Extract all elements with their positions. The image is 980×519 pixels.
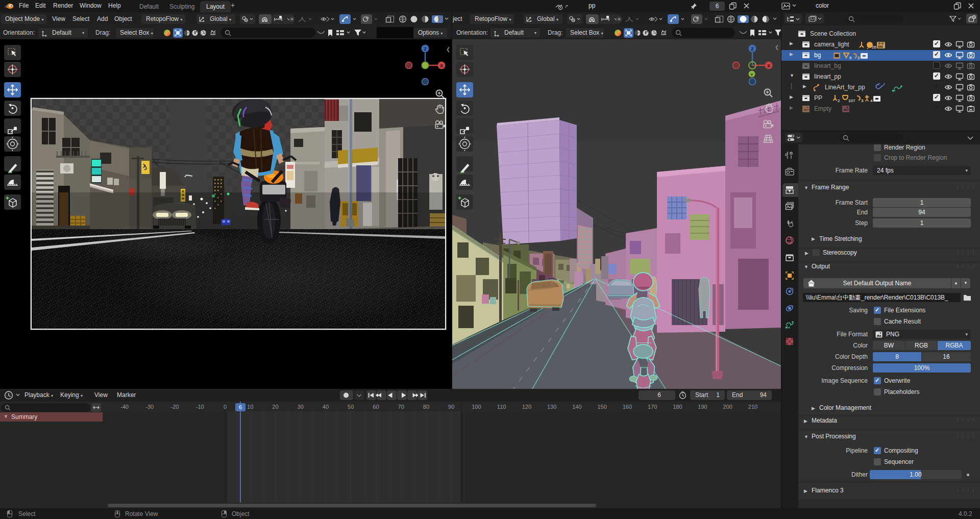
svg-text:3: 3 [861, 98, 864, 103]
svg-text:X: X [440, 63, 443, 68]
svg-text:Y: Y [750, 72, 753, 77]
svg-text:2: 2 [857, 56, 860, 60]
svg-text:107: 107 [848, 98, 855, 103]
svg-text:Z: Z [424, 46, 427, 52]
svg-text:Z: Z [751, 46, 754, 52]
svg-text:X: X [767, 63, 770, 68]
svg-text:5: 5 [849, 56, 852, 60]
svg-text:4: 4 [870, 98, 873, 103]
svg-text:26: 26 [872, 45, 876, 50]
svg-text:2: 2 [838, 98, 840, 103]
